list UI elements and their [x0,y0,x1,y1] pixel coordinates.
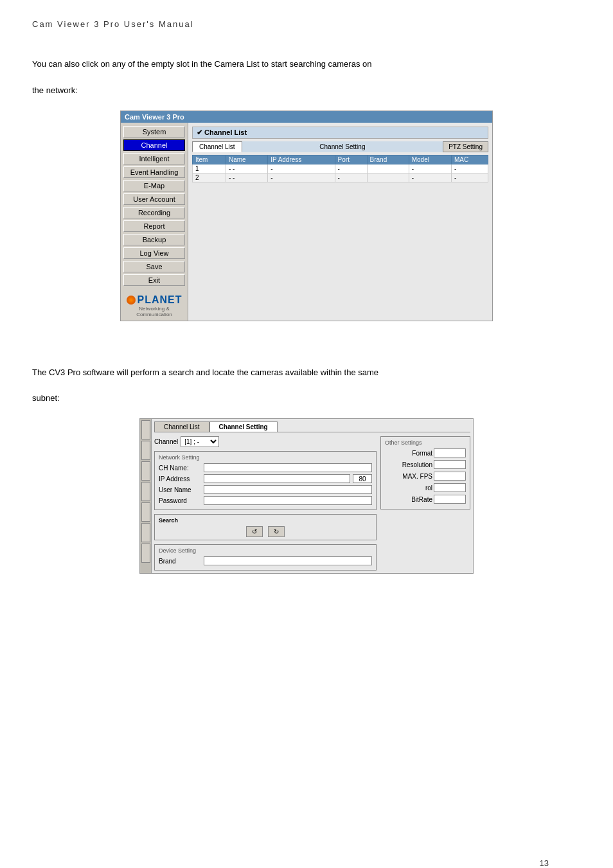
col-model: Model [409,155,451,164]
tab-channel-setting-label: Channel Setting [242,141,443,152]
username-row: User Name [159,485,372,494]
cell-name: - - [226,173,267,182]
cell-port: - [335,173,367,182]
tab-ptz-setting[interactable]: PTZ Setting [443,141,488,152]
port-input[interactable] [353,474,372,483]
ui-titlebar-1: Cam Viewer 3 Pro [121,111,492,123]
password-row: Password [159,496,372,505]
brand-label: Brand [159,558,204,565]
cell-name: - - [226,164,267,173]
device-group-title: Device Setting [159,547,372,554]
resolution-input[interactable] [434,460,466,469]
ui-main-1: ✔ Channel List Channel List Channel Sett… [188,123,492,321]
sidebar-mini-2 [141,441,150,460]
other-settings-title: Other Settings [385,439,466,446]
format-label: Format [412,450,432,457]
network-group-title: Network Setting [159,454,372,461]
tab-channel-list[interactable]: Channel List [192,141,242,152]
sidebar-item-exit[interactable]: Exit [123,274,185,286]
sidebar-item-user-account[interactable]: User Account [123,193,185,205]
maxfps-input[interactable] [434,472,466,481]
sidebar-item-recording[interactable]: Recording [123,207,185,218]
tabs-row-1: Channel List Channel Setting PTZ Setting [192,141,488,152]
maxfps-row: MAX. FPS [385,472,466,481]
logo-sub: Networking & Communication [123,306,185,317]
intro-text-2: the network: [32,84,581,98]
ch-name-input[interactable] [204,463,372,472]
col-ip: IP Address [268,155,335,164]
cell-port: - [335,164,367,173]
sidebar-2 [140,419,152,573]
brand-input[interactable] [204,556,372,565]
channel-setting-area: Channel [1] ; - Network Setting CH Name: [154,436,470,571]
right-panel: Other Settings Format Resolution MAX. FP… [380,436,470,571]
search-btn-1[interactable]: ↺ [246,526,263,537]
sidebar-item-log-view[interactable]: Log View [123,247,185,259]
screenshot-1: Cam Viewer 3 Pro System Channel Intellig… [120,111,493,321]
left-panel: Channel [1] ; - Network Setting CH Name: [154,436,377,571]
resolution-row: Resolution [385,460,466,469]
device-group: Device Setting Brand [154,544,377,571]
cell-model: - [409,164,451,173]
cell-ip: - [268,164,335,173]
cell-mac: - [451,164,488,173]
channel-label: Channel [154,438,178,445]
tabs-row-2: Channel List Channel Setting [154,421,470,432]
search-buttons: ↺ ↻ [159,526,372,537]
search-title: Search [159,517,372,524]
channel-table: Item Name IP Address Port Brand Model MA… [192,155,488,182]
format-input[interactable] [434,448,466,457]
sidebar-mini-6 [141,523,150,542]
channel-select[interactable]: [1] ; - [181,436,219,447]
tab2-channel-list[interactable]: Channel List [154,421,209,432]
ip-label: IP Address [159,475,204,483]
username-input[interactable] [204,485,372,494]
sidebar-1: System Channel Intelligent Event Handlin… [121,123,188,321]
ip-input[interactable] [204,474,350,483]
sidebar-item-report[interactable]: Report [123,220,185,232]
bitrate-label: BitRate [411,496,432,503]
sidebar-item-channel[interactable]: Channel [123,139,185,151]
brand-row: Brand [159,556,372,565]
intro-text-1: You can also click on any of the empty s… [32,58,581,71]
cell-item: 2 [193,173,226,182]
sidebar-item-backup[interactable]: Backup [123,234,185,245]
bitrate-row: BitRate [385,495,466,504]
cell-item: 1 [193,164,226,173]
cell-model: - [409,173,451,182]
sidebar-item-event-handling[interactable]: Event Handling [123,166,185,178]
sidebar-mini-3 [141,461,150,481]
col-name: Name [226,155,267,164]
col-port: Port [335,155,367,164]
ch-name-row: CH Name: [159,463,372,472]
sidebar-mini-1 [141,420,150,439]
screenshot-2: Channel List Channel Setting Channel [1]… [139,418,474,574]
intro-text-3: The CV3 Pro software will perform a sear… [32,366,581,380]
password-label: Password [159,497,204,504]
sidebar-item-intelligent[interactable]: Intelligent [123,153,185,164]
search-btn-2[interactable]: ↻ [268,526,285,537]
resolution-label: Resolution [402,461,432,468]
format-row: Format [385,448,466,457]
channel-row: Channel [1] ; - [154,436,377,447]
channel-list-header: ✔ Channel List [192,127,488,139]
search-group: Search ↺ ↻ [154,514,377,540]
username-label: User Name [159,486,204,493]
rol-input[interactable] [434,483,466,492]
bitrate-input[interactable] [434,495,466,504]
sidebar-mini-4 [141,482,150,501]
cell-brand [367,173,409,182]
sidebar-item-emap[interactable]: E-Map [123,180,185,191]
rol-label: rol [425,484,432,492]
cell-mac: - [451,173,488,182]
sidebar-item-system[interactable]: System [123,126,185,137]
intro-text-4: subnet: [32,392,581,405]
sidebar-item-save[interactable]: Save [123,261,185,272]
logo-text: PLANET [138,294,182,306]
table-row: 1 - - - - - - [193,164,488,173]
page-header: Cam Viewer 3 Pro User's Manual [32,19,581,29]
network-group: Network Setting CH Name: IP Address [154,451,377,510]
sidebar-mini-5 [141,502,150,522]
password-input[interactable] [204,496,372,505]
tab2-channel-setting[interactable]: Channel Setting [209,421,278,432]
